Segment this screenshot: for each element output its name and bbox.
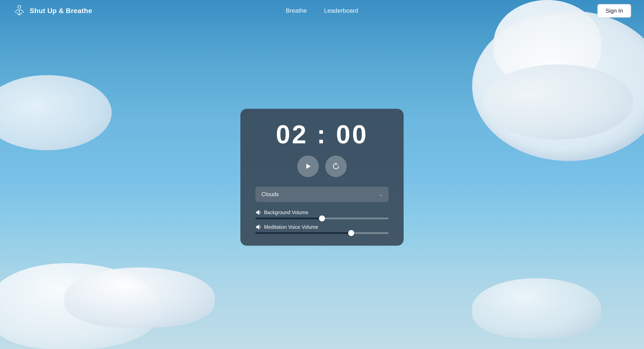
dropdown-selected: Clouds (262, 191, 279, 198)
scene-dropdown[interactable]: Clouds ⌄ (256, 187, 388, 202)
app-title: Shut Up & Breathe (30, 7, 92, 15)
svg-point-0 (18, 5, 21, 8)
timer-display: 02 : 00 (276, 120, 368, 149)
volume-section: Background Volume Meditation Voice Volum… (256, 210, 388, 234)
background-volume-row: Background Volume (256, 210, 388, 219)
controls-row (297, 156, 347, 177)
svg-marker-2 (306, 164, 310, 169)
timer-separator: : (317, 120, 327, 149)
nav-links: Breathe Leaderboard (286, 7, 358, 14)
signin-button[interactable]: Sign In (598, 4, 631, 17)
background-volume-text: Background Volume (264, 210, 308, 215)
meditation-volume-row: Meditation Voice Volume (256, 224, 388, 234)
svg-marker-4 (256, 225, 259, 230)
nav-leaderboard[interactable]: Leaderboard (324, 7, 358, 14)
volume-icon-bg (256, 210, 262, 216)
navbar: Shut Up & Breathe Breathe Leaderboard Si… (0, 0, 644, 21)
chevron-down-icon: ⌄ (379, 191, 382, 197)
meditation-card: 02 : 00 Clouds ⌄ (240, 109, 404, 246)
meditation-icon (13, 4, 26, 17)
nav-breathe[interactable]: Breathe (286, 7, 307, 14)
meditation-volume-slider[interactable] (256, 232, 388, 234)
timer-seconds: 00 (336, 120, 368, 149)
svg-marker-3 (256, 210, 259, 215)
background-volume-slider[interactable] (256, 218, 388, 219)
cloud-right-sub2 (483, 64, 633, 139)
meditation-volume-text: Meditation Voice Volume (264, 224, 318, 230)
nav-logo[interactable]: Shut Up & Breathe (13, 4, 92, 17)
reset-button[interactable] (325, 156, 347, 177)
cloud-left-mid (0, 75, 112, 150)
play-icon (304, 162, 312, 171)
play-button[interactable] (297, 156, 319, 177)
cloud-right-bottom (472, 278, 601, 338)
timer-minutes: 02 (276, 120, 308, 149)
meditation-volume-label: Meditation Voice Volume (256, 224, 388, 230)
cloud-center-bottom (64, 268, 215, 328)
card-container: 02 : 00 Clouds ⌄ (240, 109, 404, 246)
volume-icon-meditation (256, 224, 262, 230)
reset-icon (332, 162, 340, 171)
background-volume-label: Background Volume (256, 210, 388, 216)
